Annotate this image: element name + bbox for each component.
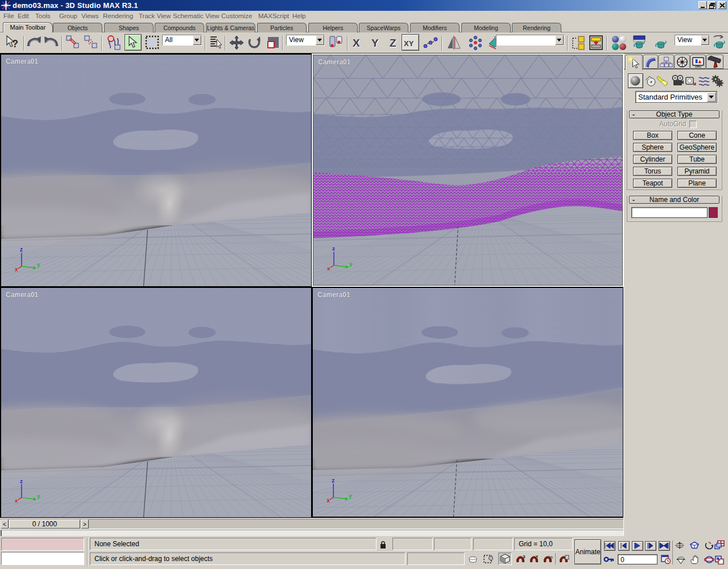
svg-text:X: X	[353, 37, 360, 49]
svg-text:3: 3	[523, 554, 526, 559]
svg-text:Z: Z	[390, 37, 396, 49]
svg-text:y: y	[349, 261, 353, 267]
svg-text:%: %	[549, 555, 553, 560]
svg-text:Camera01: Camera01	[6, 57, 39, 65]
svg-text:x: x	[327, 265, 330, 271]
svg-text:z: z	[332, 477, 334, 484]
svg-text:x: x	[15, 266, 18, 273]
svg-text:Camera01: Camera01	[6, 291, 39, 299]
svg-text:x: x	[326, 497, 330, 504]
svg-text:y: y	[349, 493, 352, 499]
svg-text:z: z	[332, 245, 335, 251]
svg-text:XY: XY	[404, 39, 414, 48]
svg-text:?: ?	[12, 38, 18, 50]
svg-text:y: y	[37, 262, 40, 268]
svg-text:Camera01: Camera01	[318, 58, 351, 66]
svg-text:Camera01: Camera01	[317, 291, 350, 299]
svg-text:y: y	[37, 493, 40, 499]
svg-text:Y: Y	[371, 37, 379, 49]
svg-text:z: z	[20, 478, 23, 484]
svg-text:x: x	[15, 497, 18, 504]
svg-text:z: z	[20, 246, 23, 253]
